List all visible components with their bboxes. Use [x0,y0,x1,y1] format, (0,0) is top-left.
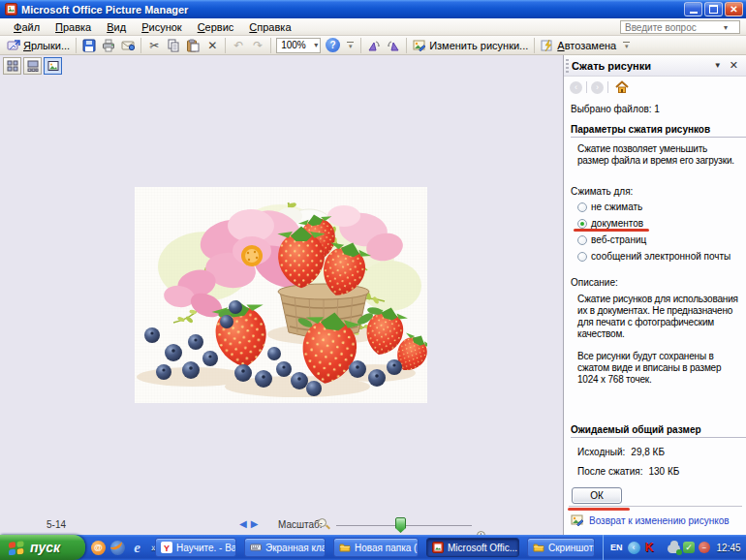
radio-icon[interactable] [577,235,587,245]
tray-switcher-icon[interactable]: ‹ [628,542,640,554]
zoom-slider-thumb[interactable] [395,517,406,533]
chevron-down-icon: ▾ [349,45,353,48]
close-button[interactable]: ✕ [725,2,743,16]
radio-selected-icon[interactable] [577,219,587,229]
paste-button[interactable] [183,37,202,54]
task-browser[interactable]: Y Научите. - Ва... [155,538,236,557]
task-picture-manager[interactable]: Microsoft Offic... [426,538,519,557]
copy-button[interactable] [164,37,183,54]
filmstrip-view-icon [27,60,39,72]
radio-option-email[interactable]: сообщений электронной почты [577,250,740,263]
internet-explorer-icon[interactable]: e [130,541,144,555]
ok-button[interactable]: ОК [572,487,622,504]
taskpane-footer: Возврат к изменению рисунков [564,506,746,535]
print-button[interactable] [99,37,118,54]
mail-agent-icon[interactable]: @ [91,541,106,555]
previous-picture-button[interactable]: ◀ [239,518,247,529]
picture-content[interactable] [135,187,427,403]
tray-sync-ok-icon[interactable]: ✓ [683,542,696,554]
screen: Microsoft Office Picture Manager ✕ Файл … [0,0,746,560]
task-onscreen-keyboard[interactable]: Экранная кла... [244,538,326,557]
minimize-button[interactable] [684,2,702,16]
bottom-bar: 5-14 ◀ ▶ Масштаб: - + [0,515,563,535]
firefox-icon[interactable] [110,541,125,555]
radio-option-web-pages[interactable]: веб-страниц [577,233,740,246]
zoom-combo[interactable]: 100% ▾ [276,38,321,53]
expected-size-title: Ожидаемый общий размер [571,424,740,435]
paste-icon [186,39,200,52]
resize-note-text: Все рисунки будут сохранены в сжатом вид… [577,351,740,386]
rotate-right-button[interactable] [384,37,403,54]
chevron-down-icon[interactable]: ▾ [724,23,728,32]
ask-question-box[interactable]: ▾ [620,20,740,34]
radio-label[interactable]: не сжимать [591,202,642,212]
radio-option-no-compress[interactable]: не сжимать [577,201,740,213]
zoom-slider-label: Масштаб: [278,519,323,530]
toolbar-options-button[interactable]: ▾ [343,42,357,49]
compressed-size-value: 130 КБ [648,466,679,477]
tray-blocked-icon[interactable]: − [699,542,711,554]
radio-label[interactable]: документов [591,218,643,229]
menu-view[interactable]: Вид [99,19,134,35]
redo-button[interactable]: ↷ [248,37,267,54]
radio-icon[interactable] [577,252,587,262]
shortcuts-button[interactable]: Ярлыки... [4,39,73,52]
toolbar-options-button-2[interactable]: ▾ [619,42,634,49]
quick-launch: @ e » [91,535,157,560]
thumbnail-view-button[interactable] [3,57,21,75]
shortcuts-label: Ярлыки... [23,40,70,51]
window-title: Microsoft Office Picture Manager [21,4,188,16]
menu-help[interactable]: Справка [241,19,298,35]
thumbnail-view-icon [7,60,18,72]
page-indicator: 5-14 [47,519,66,530]
language-indicator[interactable]: EN [608,542,625,553]
restore-button[interactable] [704,2,723,16]
compressed-size-label: После сжатия: [577,466,642,477]
menu-bar: Файл Правка Вид Рисунок Сервис Справка ▾ [0,18,746,36]
save-button[interactable] [79,37,99,54]
title-bar: Microsoft Office Picture Manager ✕ [0,0,746,18]
forward-button[interactable]: › [591,81,604,94]
taskpane-close-button[interactable]: ✕ [728,59,740,72]
edit-pictures-button[interactable]: Изменить рисунки... [410,39,531,52]
autocorrect-button[interactable]: Автозамена [538,39,619,52]
back-button[interactable]: ‹ [570,81,582,94]
mail-button[interactable] [118,37,138,54]
task-folder-screenshots[interactable]: Скриншоты [527,538,595,557]
task-folder-new[interactable]: Новая папка (2) [333,538,419,557]
radio-icon[interactable] [577,202,587,212]
menu-tools[interactable]: Сервис [190,19,242,35]
task-label: Экранная кла... [265,543,326,553]
menu-picture[interactable]: Рисунок [134,19,190,35]
help-button[interactable]: ? [326,38,340,52]
tray-cloud-icon[interactable] [668,542,680,554]
tray-kaspersky-icon[interactable]: K [643,542,656,554]
menu-edit[interactable]: Правка [47,19,99,35]
home-button[interactable] [612,79,632,95]
undo-button[interactable]: ↶ [229,37,248,54]
zoom-out-button[interactable]: - [318,518,330,531]
taskpane-header: Сжать рисунки ▼ ✕ [564,55,746,77]
workspace: 5-14 ◀ ▶ Масштаб: - + [0,55,563,535]
filmstrip-view-button[interactable] [23,57,42,75]
radio-label[interactable]: сообщений электронной почты [591,251,730,262]
ask-question-input[interactable] [621,22,722,33]
next-picture-button[interactable]: ▶ [251,518,259,529]
svg-text:Y: Y [164,544,170,553]
cut-button[interactable]: ✂ [144,37,164,54]
taskpane-menu-button[interactable]: ▼ [708,61,728,70]
drag-handle-icon[interactable] [566,59,569,73]
radio-label[interactable]: веб-страниц [591,234,646,245]
system-tray: EN ‹ K ✓ − 12:45 [603,535,746,560]
red-annotation-underline [574,229,649,232]
delete-button[interactable]: ✕ [202,37,222,54]
return-to-editing-link[interactable]: Возврат к изменению рисунков [571,513,730,527]
start-button[interactable]: пуск [0,535,85,560]
single-picture-view-button[interactable] [44,57,62,75]
delete-icon: ✕ [207,39,217,52]
chevron-down-icon: ▾ [625,45,629,48]
toolbar: Ярлыки... ✂ [0,36,746,55]
rotate-left-button[interactable] [364,37,384,54]
menu-file[interactable]: Файл [6,19,47,35]
radio-option-documents[interactable]: документов [577,217,740,230]
